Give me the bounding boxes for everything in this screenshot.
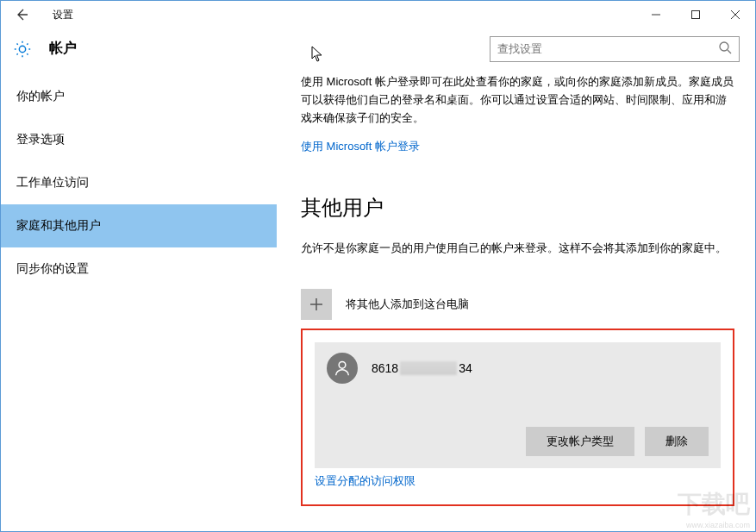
other-users-heading: 其他用户 xyxy=(301,194,734,222)
close-icon xyxy=(731,10,740,19)
sidebar-item-label: 登录选项 xyxy=(16,132,65,147)
sidebar-item-label: 同步你的设置 xyxy=(16,261,89,277)
sidebar-item-label: 家庭和其他用户 xyxy=(16,218,101,234)
header: 帐户 xyxy=(1,28,755,70)
sidebar-item-family-other-users[interactable]: 家庭和其他用户 xyxy=(1,204,277,247)
user-name: 8618 34 xyxy=(372,361,472,375)
maximize-icon xyxy=(691,10,700,19)
cursor-icon xyxy=(311,46,325,66)
section-title: 帐户 xyxy=(49,40,77,58)
minimize-button[interactable] xyxy=(636,1,676,28)
user-name-redacted xyxy=(400,361,457,375)
sidebar-item-your-account[interactable]: 你的帐户 xyxy=(1,75,277,118)
add-user-row[interactable]: 将其他人添加到这台电脑 xyxy=(301,289,734,320)
minimize-icon xyxy=(652,10,660,19)
person-icon xyxy=(333,359,352,378)
sidebar-item-label: 你的帐户 xyxy=(16,89,65,104)
search-box[interactable] xyxy=(490,36,740,62)
back-button[interactable] xyxy=(1,1,42,28)
svg-point-4 xyxy=(720,42,728,51)
user-card[interactable]: 8618 34 更改帐户类型 删除 xyxy=(315,342,721,468)
highlight-box: 8618 34 更改帐户类型 删除 设置分配的访问权限 xyxy=(301,329,734,506)
main-content: 使用 Microsoft 帐户登录即可在此处查看你的家庭，或向你的家庭添加新成员… xyxy=(277,70,755,531)
sidebar-item-sync-settings[interactable]: 同步你的设置 xyxy=(1,247,277,291)
ms-account-signin-link[interactable]: 使用 Microsoft 帐户登录 xyxy=(301,139,420,154)
sidebar: 你的帐户 登录选项 工作单位访问 家庭和其他用户 同步你的设置 xyxy=(1,70,277,531)
search-icon xyxy=(718,41,732,57)
window-controls xyxy=(636,1,755,28)
sidebar-item-signin-options[interactable]: 登录选项 xyxy=(1,118,277,161)
gear-icon xyxy=(13,40,32,59)
window-title: 设置 xyxy=(53,8,73,22)
search-input[interactable] xyxy=(497,42,718,55)
svg-line-5 xyxy=(728,50,731,53)
user-name-suffix: 34 xyxy=(459,361,472,375)
sidebar-item-work-access[interactable]: 工作单位访问 xyxy=(1,161,277,204)
avatar xyxy=(327,353,358,384)
add-user-label: 将其他人添加到这台电脑 xyxy=(346,297,469,312)
user-name-prefix: 8618 xyxy=(372,361,398,375)
close-button[interactable] xyxy=(715,1,755,28)
titlebar: 设置 xyxy=(1,1,755,28)
delete-button[interactable]: 删除 xyxy=(645,427,709,456)
change-account-type-button[interactable]: 更改帐户类型 xyxy=(526,427,634,456)
maximize-button[interactable] xyxy=(676,1,715,28)
assigned-access-link[interactable]: 设置分配的访问权限 xyxy=(315,473,415,489)
svg-point-8 xyxy=(339,362,346,369)
svg-rect-1 xyxy=(692,11,700,19)
family-description: 使用 Microsoft 帐户登录即可在此处查看你的家庭，或向你的家庭添加新成员… xyxy=(301,73,734,127)
other-users-description: 允许不是你家庭一员的用户使用自己的帐户来登录。这样不会将其添加到你的家庭中。 xyxy=(301,239,734,258)
add-user-button[interactable] xyxy=(301,289,332,320)
back-arrow-icon xyxy=(15,8,28,22)
plus-icon xyxy=(309,297,324,312)
sidebar-item-label: 工作单位访问 xyxy=(16,175,89,191)
